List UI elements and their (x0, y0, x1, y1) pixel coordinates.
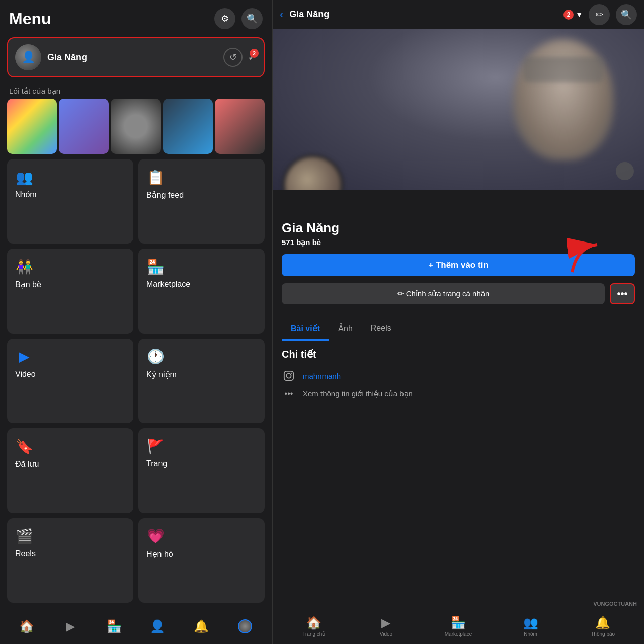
watermark: VUNGOCTUANH (593, 601, 637, 607)
tab-anh[interactable]: Ảnh (329, 317, 362, 341)
nav-video[interactable]: ▶ (55, 619, 86, 633)
right-search-icon: 🔍 (621, 9, 632, 20)
tab-bai-viet-label: Bài viết (291, 324, 320, 333)
edit-profile-button[interactable]: ✏ Chỉnh sửa trang cá nhân (282, 283, 605, 304)
sync-icon: ↺ (229, 52, 237, 63)
menu-item-marketplace[interactable]: 🏪 Marketplace (138, 249, 265, 333)
shortcuts-row (0, 99, 272, 154)
nav-avatar-image (238, 619, 252, 633)
action-buttons: + Thêm vào tin (282, 254, 635, 276)
right-nav-marketplace[interactable]: 🏪 Marketplace (443, 616, 473, 637)
profile-card-actions: ↺ ✓ 2 (223, 48, 257, 67)
bang-feed-icon: 📋 (146, 168, 165, 186)
search-icon-button[interactable]: 🔍 (242, 8, 263, 29)
nhom-icon: 👥 (15, 168, 33, 186)
thumb-image-5 (215, 99, 265, 154)
menu-item-bang-feed[interactable]: 📋 Bảng feed (138, 159, 265, 244)
shortcut-thumb-5[interactable] (215, 99, 265, 154)
da-luu-label: Đã lưu (15, 459, 125, 469)
tab-reels[interactable]: Reels (362, 317, 400, 341)
menu-grid: 👥 Nhóm 📋 Bảng feed 👫 Bạn bè 🏪 Marketplac… (0, 154, 272, 608)
settings-icon-button[interactable]: ⚙ (214, 8, 235, 29)
back-button[interactable]: ‹ (280, 8, 283, 21)
menu-item-video[interactable]: ▶ Video (7, 339, 133, 423)
add-story-button[interactable]: + Thêm vào tin (282, 254, 635, 276)
friends-nav-icon: 👤 (150, 619, 165, 633)
tab-bai-viet[interactable]: Bài viết (282, 317, 329, 341)
nav-home[interactable]: 🏠 (12, 619, 42, 633)
nav-friends[interactable]: 👤 (142, 619, 173, 633)
profile-info: Gia Năng 571 bạn bè + Thêm vào tin ✏ Chỉ… (273, 190, 644, 317)
check-badge-wrapper: ✓ 2 (248, 51, 257, 64)
profile-card[interactable]: 👤 Gia Năng ↺ ✓ 2 (7, 37, 265, 77)
dropdown-icon: ▼ (576, 11, 583, 19)
details-section: Chi tiết mahnmanh ••• Xem thông tin giới… (273, 341, 644, 410)
profile-name: Gia Năng (47, 52, 217, 63)
right-nav-video[interactable]: ▶ Video (371, 616, 401, 637)
action-buttons-row2: ✏ Chỉnh sửa trang cá nhân ••• (282, 283, 635, 304)
right-friends-icon: 👥 (523, 616, 538, 630)
instagram-link[interactable]: mahnmanh (303, 372, 341, 380)
right-nav-friends-label: Nhóm (524, 631, 537, 637)
ky-niem-label: Kỷ niệm (146, 370, 257, 379)
profile-tabs: Bài viết Ảnh Reels (273, 317, 644, 341)
settings-icon: ⚙ (221, 13, 229, 24)
menu-item-ban-be[interactable]: 👫 Bạn bè (7, 249, 133, 333)
more-icon: ••• (617, 288, 627, 300)
tab-anh-label: Ảnh (338, 324, 353, 333)
svg-rect-1 (284, 371, 293, 380)
avatar-image: 👤 (15, 44, 41, 70)
right-bottom-nav: 🏠 Trang chủ ▶ Video 🏪 Marketplace 👥 Nhóm… (273, 608, 644, 644)
right-edit-button[interactable]: ✏ (589, 4, 610, 25)
menu-item-ky-niem[interactable]: 🕐 Kỷ niệm (138, 339, 265, 423)
menu-title: Menu (9, 10, 51, 28)
nav-bell[interactable]: 🔔 (186, 619, 216, 633)
details-title: Chi tiết (282, 348, 635, 360)
left-header-icons: ⚙ 🔍 (214, 8, 263, 29)
thumb-image-2 (59, 99, 109, 154)
tab-reels-label: Reels (371, 324, 391, 332)
right-nav-video-label: Video (380, 631, 392, 637)
menu-item-da-luu[interactable]: 🔖 Đã lưu (7, 428, 133, 513)
right-header-title: Gia Năng (289, 9, 559, 20)
bell-nav-icon: 🔔 (194, 619, 209, 633)
thumb-image-1 (7, 99, 57, 154)
right-search-button[interactable]: 🔍 (616, 4, 637, 25)
header-title-row: Gia Năng 2 ▼ (289, 9, 583, 20)
sync-icon-button[interactable]: ↺ (223, 48, 243, 67)
marketplace-label: Marketplace (146, 280, 257, 289)
instagram-svg (283, 370, 294, 381)
menu-item-nhom[interactable]: 👥 Nhóm (7, 159, 133, 244)
trang-icon: 🚩 (146, 437, 165, 455)
more-options-button[interactable]: ••• (610, 283, 635, 304)
ban-be-icon: 👫 (15, 258, 33, 276)
shortcut-thumb-3[interactable] (111, 99, 160, 154)
menu-item-trang[interactable]: 🚩 Trang (138, 428, 265, 513)
nav-marketplace[interactable]: 🏪 (99, 619, 129, 633)
detail-instagram-row: mahnmanh (282, 366, 635, 385)
shortcut-thumb-2[interactable] (59, 99, 109, 154)
edit-icon: ✏ (596, 9, 603, 20)
menu-item-reels[interactable]: 🎬 Reels (7, 518, 133, 603)
detail-intro-row: ••• Xem thông tin giới thiệu của bạn (282, 385, 635, 403)
menu-item-hen-ho[interactable]: 💗 Hẹn hò (138, 518, 265, 603)
right-nav-bell[interactable]: 🔔 Thông báo (588, 616, 618, 637)
action-buttons-wrapper: + Thêm vào tin ✏ Chỉnh sửa trang cá nhân… (282, 254, 635, 304)
nav-avatar[interactable] (230, 619, 260, 633)
left-header: Menu ⚙ 🔍 (0, 0, 272, 33)
bang-feed-label: Bảng feed (146, 190, 257, 200)
watermark-text: VUNGOCTUANH (593, 601, 637, 607)
add-story-label: + Thêm vào tin (428, 260, 489, 270)
cover-small-circle (616, 162, 634, 180)
trang-label: Trang (146, 459, 257, 468)
right-nav-bell-label: Thông báo (591, 631, 615, 637)
shortcut-thumb-1[interactable] (7, 99, 57, 154)
notification-badge: 2 (250, 49, 259, 58)
shortcut-thumb-4[interactable] (163, 99, 213, 154)
right-nav-friends[interactable]: 👥 Nhóm (516, 616, 546, 637)
svg-point-3 (291, 373, 292, 374)
right-nav-home[interactable]: 🏠 Trang chủ (299, 616, 329, 637)
cover-area (273, 29, 644, 190)
right-header-badge: 2 (564, 10, 574, 20)
svg-point-2 (286, 373, 291, 378)
